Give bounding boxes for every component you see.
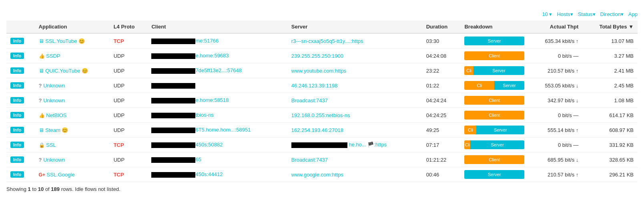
server-cell: 46.246.123.39:1198 (287, 78, 422, 93)
info-button[interactable]: Info (10, 38, 24, 44)
client-suffix: 450s:50882 (195, 142, 223, 148)
app-cell: 🖥 SSL.YouTube 😊 (35, 33, 110, 49)
info-button[interactable]: Info (10, 156, 24, 163)
app-link[interactable]: SSL (46, 142, 56, 148)
info-cell: Info (6, 138, 35, 152)
table-row: Info ? Unknown UDP e.home:58518 Broadcas… (6, 93, 638, 108)
client-redacted (151, 157, 195, 163)
server-link[interactable]: www.youtube.com:https (291, 68, 346, 74)
duration-cell: 03:30 (422, 33, 461, 49)
client-suffix: me:51766 (195, 38, 219, 44)
breakdown-cell: Cli Server (460, 123, 528, 138)
breakdown-wrap: Cli Server (464, 126, 524, 134)
server-link[interactable]: r3---sn-cxaaj5o5q5-tt1y....:https (291, 38, 363, 44)
info-cell: Info (6, 167, 35, 182)
breakdown-cell: Server (460, 33, 528, 49)
app-link[interactable]: SSDP (46, 53, 60, 59)
info-button[interactable]: Info (10, 142, 24, 148)
table-row: Info G+ SSL.Google TCP 450s:44412 www.go… (6, 167, 638, 182)
breakdown-server-portion: Server (494, 81, 524, 90)
info-cell: Info (6, 123, 35, 138)
info-button[interactable]: Info (10, 97, 24, 103)
table-row: Info 👍 SSDP UDP e.home:59683 239.255.255… (6, 49, 638, 63)
client-suffix: e.home:58518 (195, 97, 229, 103)
col-breakdown: Breakdown (460, 20, 528, 33)
proto-cell: UDP (110, 49, 148, 63)
col-application: Application (35, 20, 110, 33)
server-link[interactable]: he.ho... 🏴:https (347, 142, 387, 148)
limit-filter[interactable]: 10 ▾ (542, 11, 552, 17)
lock-icon: 🔒 (39, 142, 45, 148)
duration-cell: 04:24:24 (422, 93, 461, 108)
col-l4proto: L4 Proto (110, 20, 148, 33)
direction-filter[interactable]: Direction▾ (600, 11, 624, 17)
app-cell: G+ SSL.Google (35, 167, 110, 182)
duration-cell: 49:25 (422, 123, 461, 138)
breakdown-server-bar: Server (464, 170, 524, 179)
info-cell: Info (6, 93, 35, 108)
breakdown-cell: Client (460, 108, 528, 123)
server-cell: 192.168.0.255:netbios-ns (287, 108, 422, 123)
breakdown-wrap: Cli Server (464, 66, 524, 75)
breakdown-cell: Server (460, 167, 528, 182)
info-button[interactable]: Info (10, 127, 24, 133)
server-link[interactable]: www.google.com:https (291, 172, 343, 178)
bytes-cell: 296.21 KB (582, 167, 638, 182)
thpt-cell: 0 bit/s — (528, 138, 582, 152)
app-cell: 🖥 Steam 😊 (35, 123, 110, 138)
breakdown-server-bar: Server (464, 36, 524, 45)
breakdown-cell: Cli Server (460, 138, 528, 152)
client-cell: e.home:59683 (147, 49, 287, 63)
duration-cell: 07:17 (422, 138, 461, 152)
server-link[interactable]: Broadcast:7437 (291, 97, 328, 103)
table-header: Application L4 Proto Client Server Durat… (6, 20, 638, 33)
server-link[interactable]: Broadcast:7437 (291, 157, 328, 163)
info-button[interactable]: Info (10, 171, 24, 178)
app-filter[interactable]: App (628, 11, 638, 17)
thpt-cell: 342.97 bit/s ↓ (528, 93, 582, 108)
client-redacted (151, 113, 195, 118)
client-suffix: 7de5ff13e2...:57648 (195, 67, 241, 73)
breakdown-wrap: Client (464, 51, 524, 60)
bytes-cell: 2.41 MB (582, 63, 638, 78)
proto-label: UDP (114, 53, 124, 59)
info-button[interactable]: Info (10, 82, 24, 89)
server-link[interactable]: 162.254.193.46:27018 (291, 127, 343, 133)
app-link[interactable]: Steam (45, 127, 60, 133)
app-link[interactable]: Unknown (43, 157, 65, 163)
bytes-cell: 331.92 KB (582, 138, 638, 152)
info-cell: Info (6, 152, 35, 167)
top-bar: 10 ▾ Hosts▾ Status▾ Direction▾ App (6, 11, 638, 17)
duration-cell: 04:24:08 (422, 49, 461, 63)
app-link[interactable]: NetBIOS (46, 112, 66, 118)
status-filter[interactable]: Status▾ (578, 11, 596, 17)
thpt-cell: 635.34 kbit/s ↑ (528, 33, 582, 49)
server-cell: he.ho... 🏴:https (287, 138, 422, 152)
duration-cell: 04:24:25 (422, 108, 461, 123)
client-redacted (151, 39, 195, 44)
client-redacted (151, 142, 195, 148)
proto-label: UDP (114, 127, 124, 133)
app-link[interactable]: SSL.Google (47, 172, 75, 178)
app-link[interactable]: SSL.YouTube (45, 38, 77, 44)
info-cell: Info (6, 78, 35, 93)
app-link[interactable]: Unknown (43, 97, 65, 103)
server-link[interactable]: 239.255.255.250:1900 (291, 53, 343, 59)
breakdown-server-portion: Server (476, 126, 524, 134)
gplus-icon: G+ (39, 172, 45, 178)
server-link[interactable]: 192.168.0.255:netbios-ns (291, 112, 350, 118)
hosts-filter[interactable]: Hosts▾ (557, 11, 573, 17)
info-button[interactable]: Info (10, 53, 24, 59)
proto-label: UDP (114, 97, 124, 103)
app-link[interactable]: QUIC.YouTube (45, 68, 80, 74)
info-button[interactable]: Info (10, 67, 24, 74)
breakdown-split-bar: Cli Server (464, 140, 524, 149)
duration-cell: 01:21:22 (422, 152, 461, 167)
hand-icon: 👍 (39, 113, 45, 118)
proto-label: TCP (114, 172, 124, 178)
info-button[interactable]: Info (10, 112, 24, 118)
breakdown-cell: Cli Server (460, 78, 528, 93)
server-link[interactable]: 46.246.123.39:1198 (291, 83, 338, 89)
app-link[interactable]: Unknown (43, 83, 65, 89)
proto-label: UDP (114, 157, 124, 163)
